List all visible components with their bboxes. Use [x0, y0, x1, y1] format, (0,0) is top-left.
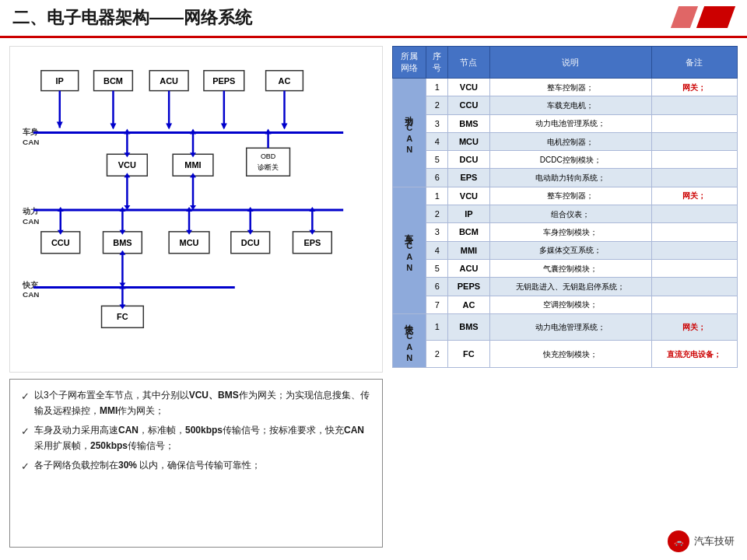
table-row: 5ACU气囊控制模块； [393, 259, 738, 277]
seq-cell: 4 [426, 241, 448, 259]
bullet-text-2: 车身及动力采用高速CAN，标准帧，500kbps传输信号；按标准要求，快充CAN… [34, 422, 371, 454]
table-row: 3BMS动力电池管理系统； [393, 114, 738, 132]
table-row: 5DCUDCDC控制模块； [393, 151, 738, 169]
svg-marker-18 [221, 123, 227, 129]
network-cell: 动力 CAN [393, 79, 426, 187]
node-cell: CCU [448, 96, 490, 114]
main-content: IP BCM ACU PEPS AC [0, 38, 747, 555]
desc-cell: 气囊控制模块； [489, 259, 651, 277]
note-cell [651, 205, 737, 223]
col-header-network: 所属网络 [393, 47, 426, 79]
note-cell: 直流充电设备； [651, 341, 737, 368]
svg-marker-14 [110, 123, 116, 129]
bullet-text-1: 以3个子网布置全车节点，其中分别以VCU、BMS作为网关；为实现信息搜集、传输及… [34, 387, 371, 419]
node-cell: ACU [448, 259, 490, 277]
desc-cell: 无钥匙进入、无钥匙启停系统； [489, 278, 651, 296]
seq-cell: 6 [426, 278, 448, 296]
svg-marker-20 [282, 123, 288, 129]
note-cell [651, 259, 737, 277]
svg-text:CCU: CCU [51, 238, 70, 247]
desc-cell: 车身控制模块； [489, 223, 651, 241]
table-row: 6PEPS无钥匙进入、无钥匙启停系统； [393, 278, 738, 296]
table-row: 6EPS电动助力转向系统； [393, 169, 738, 187]
seq-cell: 3 [426, 114, 448, 132]
desc-cell: 组合仪表； [489, 205, 651, 223]
deco-stripe-1 [696, 6, 735, 28]
table-row: 7AC空调控制模块； [393, 296, 738, 313]
diagram-area: IP BCM ACU PEPS AC [9, 46, 383, 373]
right-panel: 所属网络 序号 节点 说明 备注 动力 CAN1VCU整车控制器；网关；2CCU… [392, 46, 738, 548]
seq-cell: 1 [426, 79, 448, 96]
left-panel: IP BCM ACU PEPS AC [9, 46, 383, 548]
note-cell [651, 132, 737, 150]
header-decoration [685, 6, 731, 30]
svg-text:MMI: MMI [184, 160, 201, 170]
bullet-text-3: 各子网络负载控制在30% 以内，确保信号传输可靠性； [34, 457, 261, 473]
svg-text:CAN: CAN [23, 138, 40, 146]
checkmark-2: ✓ [21, 423, 30, 440]
seq-cell: 5 [426, 151, 448, 169]
bullet-item-2: ✓ 车身及动力采用高速CAN，标准帧，500kbps传输信号；按标准要求，快充C… [21, 422, 371, 454]
desc-cell: 快充控制模块； [489, 341, 651, 368]
desc-cell: 空调控制模块； [489, 296, 651, 313]
svg-text:VCU: VCU [118, 160, 136, 170]
node-cell: BMS [448, 114, 490, 132]
network-cell: 车身 CAN [393, 187, 426, 313]
note-cell [651, 223, 737, 241]
note-cell: 网关； [651, 187, 737, 205]
svg-text:PEPS: PEPS [212, 76, 235, 86]
svg-text:IP: IP [56, 76, 64, 86]
node-cell: EPS [448, 169, 490, 187]
svg-text:AC: AC [279, 76, 291, 86]
note-cell: 网关； [651, 79, 737, 96]
col-header-desc: 说明 [489, 47, 651, 79]
note-cell [651, 114, 737, 132]
table-row: 快充 CAN1BMS动力电池管理系统；网关； [393, 313, 738, 341]
desc-cell: 整车控制器； [489, 187, 651, 205]
col-header-node: 节点 [448, 47, 490, 79]
network-diagram: IP BCM ACU PEPS AC [18, 54, 374, 350]
svg-text:DCU: DCU [241, 238, 260, 247]
table-row: 2FC快充控制模块；直流充电设备； [393, 341, 738, 368]
svg-text:EPS: EPS [303, 238, 321, 247]
svg-text:CAN: CAN [23, 217, 40, 226]
bullet-item-3: ✓ 各子网络负载控制在30% 以内，确保信号传输可靠性； [21, 457, 371, 475]
note-cell [651, 151, 737, 169]
node-cell: AC [448, 296, 490, 313]
note-cell [651, 96, 737, 114]
svg-text:BMS: BMS [113, 238, 132, 247]
table-row: 车身 CAN1VCU整车控制器；网关； [393, 187, 738, 205]
table-row: 动力 CAN1VCU整车控制器；网关； [393, 79, 738, 96]
table-row: 4MCU电机控制器； [393, 132, 738, 150]
seq-cell: 1 [426, 313, 448, 341]
seq-cell: 2 [426, 96, 448, 114]
col-header-seq: 序号 [426, 47, 448, 79]
seq-cell: 4 [426, 132, 448, 150]
page-title: 二、电子电器架构——网络系统 [12, 6, 252, 30]
node-cell: PEPS [448, 278, 490, 296]
node-cell: DCU [448, 151, 490, 169]
deco-stripe-2 [671, 6, 698, 28]
svg-text:ACU: ACU [160, 76, 178, 86]
svg-marker-16 [166, 123, 172, 129]
desc-cell: 动力电池管理系统； [489, 313, 651, 341]
bullet-item-1: ✓ 以3个子网布置全车节点，其中分别以VCU、BMS作为网关；为实现信息搜集、传… [21, 387, 371, 419]
seq-cell: 2 [426, 205, 448, 223]
info-table: 所属网络 序号 节点 说明 备注 动力 CAN1VCU整车控制器；网关；2CCU… [392, 46, 738, 368]
svg-text:OBD: OBD [261, 152, 276, 160]
svg-text:FC: FC [117, 312, 128, 321]
note-cell [651, 169, 737, 187]
table-row: 3BCM车身控制模块； [393, 223, 738, 241]
watermark-icon: 🚗 [668, 530, 689, 552]
table-row: 2CCU车载充电机； [393, 96, 738, 114]
svg-text:BCM: BCM [103, 76, 123, 86]
desc-cell: 车载充电机； [489, 96, 651, 114]
node-cell: VCU [448, 187, 490, 205]
desc-cell: 整车控制器； [489, 79, 651, 96]
node-cell: FC [448, 341, 490, 368]
seq-cell: 3 [426, 223, 448, 241]
table-row: 4MMI多媒体交互系统； [393, 241, 738, 259]
watermark: 🚗 汽车技研 [668, 530, 735, 552]
watermark-text: 汽车技研 [694, 534, 735, 548]
desc-cell: 动力电池管理系统； [489, 114, 651, 132]
